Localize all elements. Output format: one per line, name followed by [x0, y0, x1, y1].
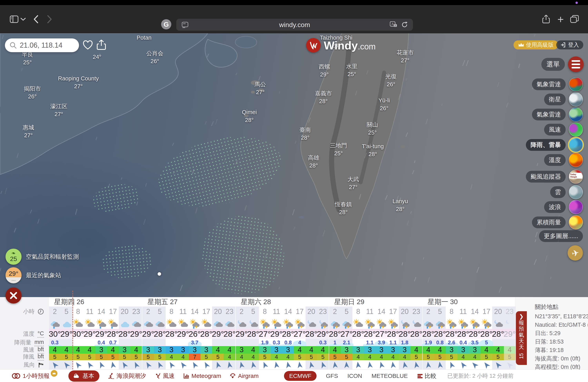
login-button[interactable]: 登入 — [556, 40, 583, 49]
layer-item-4[interactable]: 風速 — [544, 123, 583, 137]
forecast-cell-d5h17[interactable]: 17 28°545 — [481, 307, 492, 369]
menu-button[interactable]: 選單 — [541, 56, 584, 72]
share-location-icon[interactable] — [96, 40, 106, 50]
air-quality-widget[interactable]: ❧25 空氣品質和輻射監測 — [5, 249, 79, 265]
more-layers-button[interactable]: 更多圖層...... — [539, 230, 583, 242]
back-button[interactable] — [31, 5, 41, 33]
forecast-cell-d2h2[interactable]: 2 29°35 — [142, 307, 154, 369]
forecast-cell-d1h2[interactable]: 2 30°0.345 — [49, 307, 61, 369]
forecast-cell-d3h2[interactable]: 2 29°34 — [236, 307, 247, 369]
layer-thumbnail-icon[interactable] — [569, 123, 583, 137]
share-icon[interactable] — [541, 5, 551, 33]
reader-view-icon[interactable] — [182, 22, 188, 28]
forecast-cell-d2h20[interactable]: 20 29°45 — [212, 307, 224, 369]
forecast-cell-d2h17[interactable]: 17 28°35 — [201, 307, 212, 369]
forecast-cell-d4h20[interactable]: 20 28°1.834 — [399, 307, 410, 369]
forecast-cell-d2h8[interactable]: 8 28°34 — [166, 307, 177, 369]
layer-thumbnail-icon[interactable] — [569, 200, 583, 214]
model-tab-比較[interactable]: 比較 — [417, 372, 436, 380]
layer-thumbnail-icon[interactable] — [569, 185, 583, 199]
layer-item-3[interactable]: 氣象雷達 — [532, 108, 583, 122]
model-tab-ECMWF[interactable]: ECMWF — [284, 371, 316, 381]
translate-icon[interactable]: A文 — [390, 21, 397, 28]
forecast-cell-d2h5[interactable]: 5 28°35 — [154, 307, 166, 369]
toolbar-tab-海浪與潮汐[interactable]: 海浪與潮汐 — [108, 372, 146, 380]
forecast-cell-d3h14[interactable]: 14 28°0.834 — [282, 307, 294, 369]
toolbar-tab-風速[interactable]: 風速 — [155, 372, 175, 380]
forecast-cell-d1h14[interactable]: 14 29°0.435 — [95, 307, 107, 369]
weather-station-widget[interactable]: 29°--- 最近的氣象站 — [5, 267, 61, 283]
layer-thumbnail-icon[interactable] — [569, 138, 583, 152]
forecast-cell-d1h20[interactable]: 20 28°35 — [119, 307, 130, 369]
forecast-table[interactable]: 星期四 262 30°0.3455 29°458 30°4511 29°4514… — [49, 297, 515, 369]
hamburger-icon[interactable] — [568, 56, 584, 72]
forecast-cell-d4h11[interactable]: 11 28°1.134 — [364, 307, 376, 369]
layer-item-9[interactable]: 波浪 — [544, 200, 583, 214]
forecast-cell-d3h23[interactable]: 23 29°0.345 — [317, 307, 329, 369]
layer-item-5[interactable]: 降雨、雷暴 — [526, 138, 583, 152]
layer-item-10[interactable]: 累積雨量 — [532, 215, 583, 229]
layer-thumbnail-icon[interactable] — [569, 153, 583, 167]
model-tab-GFS[interactable]: GFS — [326, 373, 338, 379]
forecast-cell-d1h5[interactable]: 5 29°45 — [61, 307, 72, 369]
reload-icon[interactable] — [401, 21, 408, 28]
forecast-cell-d4h23[interactable]: 23 28°45 — [410, 307, 422, 369]
forecast-cell-d5h11[interactable]: 11 28°0.434 — [458, 307, 469, 369]
search-input[interactable] — [20, 41, 73, 50]
new-tab-button[interactable]: + — [555, 5, 566, 33]
15-day-forecast-ribbon[interactable]: ❯報預氣天天15 — [516, 311, 527, 365]
forecast-cell-d5h5[interactable]: 5 28°0.845 — [434, 307, 446, 369]
forecast-cell-d5h23[interactable]: 2329°45 — [504, 307, 515, 369]
flight-mode-button[interactable]: ✈ — [567, 245, 583, 261]
forecast-cell-d4h2[interactable]: 2 28°145 — [329, 307, 341, 369]
hourly-forecast-toggle[interactable]: 1小時預報 — [12, 372, 57, 380]
forecast-cell-d3h11[interactable]: 11 29°0.334 — [271, 307, 282, 369]
url-bar[interactable]: windy.com A文 — [176, 19, 413, 31]
model-tab-ICON[interactable]: ICON — [347, 373, 362, 379]
premium-button[interactable]: 使用高級版 — [514, 40, 558, 49]
forecast-cell-d3h8[interactable]: 8 27°1.935 — [259, 307, 271, 369]
close-forecast-button[interactable] — [5, 288, 21, 304]
tab-overview-icon[interactable] — [569, 5, 581, 33]
forecast-cell-d3h5[interactable]: 5 28°44 — [247, 307, 259, 369]
model-tab-METEOBLUE[interactable]: METEOBLUE — [371, 373, 408, 379]
layer-item-6[interactable]: 溫度 — [544, 153, 583, 167]
forecast-cell-d2h11[interactable]: 11 29°34 — [177, 307, 189, 369]
layer-item-7[interactable]: 颱風追蹤器 Today 70mph — [526, 170, 583, 184]
forecast-cell-d1h8[interactable]: 8 30°45 — [72, 307, 84, 369]
favorite-heart-icon[interactable] — [83, 40, 93, 50]
forecast-cell-d3h20[interactable]: 20 28°45 — [306, 307, 317, 369]
forecast-cell-d2h14[interactable]: 14 26°3.737 — [189, 307, 201, 369]
toolbar-tab-基本[interactable]: 基本 — [68, 370, 99, 382]
forecast-cell-d4h14[interactable]: 14 27°3.934 — [376, 307, 387, 369]
forecast-cell-d1h11[interactable]: 11 29°45 — [84, 307, 95, 369]
forecast-cell-d4h8[interactable]: 8 28°34 — [352, 307, 364, 369]
forecast-cell-d5h8[interactable]: 8 28°2.635 — [446, 307, 457, 369]
layer-thumbnail-icon[interactable] — [569, 77, 583, 91]
chevron-down-icon[interactable] — [19, 5, 27, 33]
layer-item-2[interactable]: 衛星 — [544, 92, 583, 107]
sidebar-toggle-icon[interactable] — [9, 5, 20, 33]
layer-item-8[interactable]: 雲 — [550, 185, 583, 199]
layer-item-1[interactable]: 氣象雷達 — [532, 77, 583, 91]
forecast-cell-d5h2[interactable]: 2 28°1.945 — [422, 307, 434, 369]
location-marker[interactable] — [158, 272, 161, 276]
layer-thumbnail-icon[interactable] — [569, 92, 583, 107]
forecast-cell-d5h14[interactable]: 14 28°3.534 — [469, 307, 481, 369]
toolbar-tab-Meteogram[interactable]: Meteogram — [183, 373, 221, 379]
layer-thumbnail-icon[interactable] — [569, 108, 583, 122]
weather-map[interactable]: Potan半良25°24°公肖会26°Raoping County27°揭阳市2… — [0, 33, 588, 297]
forecast-cell-d3h17[interactable]: 17 27°445 — [294, 307, 305, 369]
windy-logo[interactable]: Windy.com — [306, 38, 376, 53]
layer-thumbnail-icon[interactable] — [569, 215, 583, 229]
forecast-cell-d2h23[interactable]: 23 28°44 — [224, 307, 235, 369]
forward-button[interactable] — [45, 5, 55, 33]
layer-thumbnail-icon[interactable]: Today 70mph — [569, 170, 583, 184]
forecast-cell-d4h17[interactable]: 17 28°1.134 — [387, 307, 399, 369]
forecast-cell-d1h23[interactable]: 23 29°45 — [130, 307, 142, 369]
forecast-cell-d4h5[interactable]: 5 27°2.135 — [341, 307, 352, 369]
forecast-cell-d1h17[interactable]: 17 28°0.745 — [107, 307, 119, 369]
search-box[interactable] — [5, 38, 79, 52]
forecast-cell-d5h20[interactable]: 20 28°45 — [492, 307, 504, 369]
toolbar-tab-Airgram[interactable]: Airgram — [230, 373, 258, 379]
